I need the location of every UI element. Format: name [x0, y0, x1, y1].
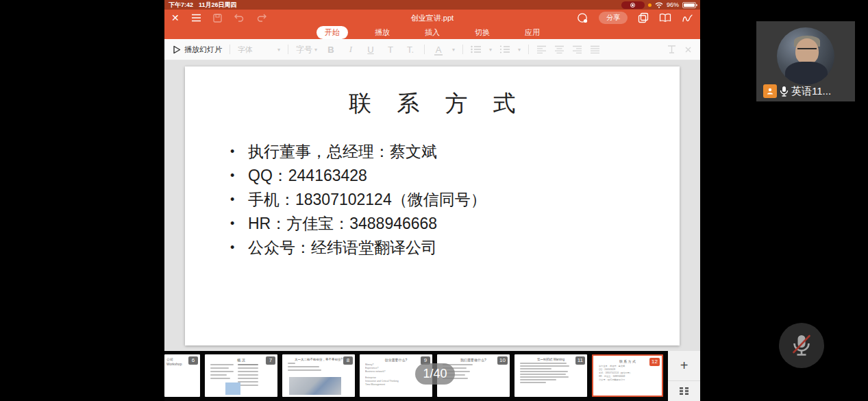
tab-home[interactable]: 开始 — [317, 26, 348, 39]
record-icon — [630, 3, 635, 8]
slide-thumbnail-8[interactable]: 大一大二能不能创业，要不要创业? 8 — [282, 354, 355, 397]
slide-bullet: 公众号：经纬语堂翻译公司 — [229, 236, 680, 260]
app-header: ✕ 创业宣讲.ppt — [164, 10, 700, 39]
play-slideshow-button[interactable]: 播放幻灯片 — [173, 45, 222, 55]
bullet-list-button[interactable] — [471, 45, 482, 53]
slide-sorter-button[interactable] — [668, 381, 700, 401]
battery-icon — [682, 2, 696, 8]
slide-bullet: 执行董事，总经理：蔡文斌 — [229, 140, 680, 164]
slide-thumbnail-6[interactable]: 公司 Workshop 6 — [164, 354, 200, 397]
shared-screen: 下午7:42 11月26日周四 96% ✕ — [164, 0, 700, 401]
numbered-list-button[interactable] — [499, 45, 510, 53]
slide-bullet: QQ：244163428 — [229, 164, 680, 188]
slide-number-badge: 6 — [188, 356, 198, 365]
filmstrip-side-panel: + — [668, 351, 700, 401]
chevron-down-icon[interactable]: ▾ — [452, 47, 455, 53]
italic-button[interactable]: I — [345, 44, 357, 55]
clear-format-button[interactable] — [684, 46, 692, 53]
slide-thumbnail-7[interactable]: 概 况 7 — [205, 354, 277, 397]
divider — [462, 45, 463, 54]
slide-thumbnail-12-current[interactable]: 联 系 方 式 执行董事，总经理：蔡文斌 QQ：244163428 手机：183… — [592, 354, 663, 397]
chevron-down-icon[interactable]: ▾ — [518, 47, 521, 53]
align-right-button[interactable] — [572, 45, 582, 53]
divider — [528, 45, 529, 54]
slide-bullet: 手机：18307102124（微信同号） — [229, 188, 680, 212]
play-icon — [173, 45, 181, 54]
mic-icon — [780, 86, 789, 97]
tab-play[interactable]: 播放 — [367, 26, 398, 39]
slide-number-badge: 11 — [575, 356, 585, 365]
tab-insert[interactable]: 插入 — [417, 26, 448, 39]
hotspot-indicator-icon — [648, 3, 652, 7]
font-size-select[interactable]: 字号▾ — [296, 44, 317, 56]
tab-transition[interactable]: 切换 — [467, 26, 498, 39]
bold-button[interactable]: B — [325, 45, 337, 55]
person-icon — [766, 87, 774, 95]
divider — [230, 45, 230, 54]
clock-time: 下午7:42 — [169, 1, 193, 10]
text-style-button[interactable]: T — [384, 45, 397, 55]
slide-number-badge: 8 — [343, 356, 353, 365]
font-family-select[interactable]: 字体▾ — [238, 45, 280, 55]
text-direction-button[interactable] — [667, 45, 677, 53]
align-center-button[interactable] — [554, 45, 565, 53]
status-bar: 下午7:42 11月26日周四 96% — [164, 0, 700, 10]
divider — [288, 45, 288, 54]
current-slide[interactable]: 联 系 方 式 执行董事，总经理：蔡文斌 QQ：244163428 手机：183… — [185, 66, 680, 345]
page-indicator: 1/40 — [415, 363, 455, 385]
ribbon-tabs: 开始 播放 插入 切换 应用 — [164, 26, 700, 39]
clock-date: 11月26日周四 — [199, 1, 237, 10]
align-justify-button[interactable] — [590, 45, 600, 53]
document-title: 创业宣讲.ppt — [164, 13, 700, 23]
slide-filmstrip: 公司 Workshop 6 概 况 7 大一大二 — [164, 351, 700, 401]
divider — [424, 45, 425, 54]
chevron-down-icon[interactable]: ▾ — [489, 47, 492, 53]
thumbnail-image — [225, 382, 240, 395]
mic-muted-icon — [791, 333, 812, 358]
slide-number-badge: 10 — [497, 356, 508, 365]
participant-video-tile[interactable]: 英语11... — [756, 21, 855, 101]
thumbnail-photo — [289, 377, 341, 395]
align-left-button[interactable] — [536, 45, 547, 53]
add-slide-button[interactable]: + — [668, 351, 700, 381]
presenter-badge — [763, 84, 777, 98]
slide-title[interactable]: 联 系 方 式 — [185, 88, 680, 119]
formatting-toolbar: 播放幻灯片 字体▾ 字号▾ B I U T T. A ▾ ▾ ▾ — [164, 39, 700, 60]
battery-percentage: 96% — [667, 1, 679, 8]
microphone-muted-button[interactable] — [779, 323, 824, 368]
tab-apps[interactable]: 应用 — [517, 26, 548, 39]
text-style-alt-button[interactable]: T. — [404, 45, 417, 55]
screen-recording-indicator[interactable] — [621, 1, 645, 9]
slide-thumbnail-11[interactable]: 第一轮招聘 Wanting 11 — [514, 354, 587, 397]
slide-body-text[interactable]: 执行董事，总经理：蔡文斌 QQ：244163428 手机：18307102124… — [229, 140, 680, 260]
slide-number-badge: 12 — [649, 358, 660, 366]
slide-bullet: HR：方佳宝：3488946668 — [229, 212, 680, 236]
underline-button[interactable]: U — [364, 45, 377, 55]
participant-avatar — [777, 27, 834, 85]
grid-icon — [679, 387, 689, 396]
wifi-icon — [655, 2, 663, 8]
slide-canvas[interactable]: 联 系 方 式 执行董事，总经理：蔡文斌 QQ：244163428 手机：183… — [164, 60, 700, 351]
slide-number-badge: 7 — [266, 356, 275, 365]
participant-name: 英语11... — [791, 85, 831, 98]
font-color-button[interactable]: A — [432, 45, 445, 55]
